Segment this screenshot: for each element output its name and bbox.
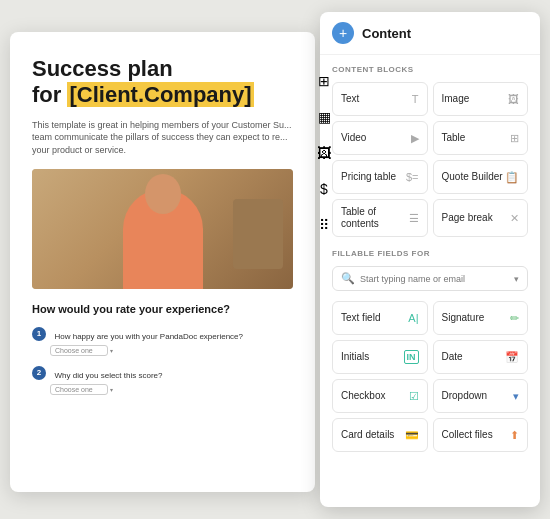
pricing-table-icon: $= <box>406 171 419 183</box>
dropdown-arrow-1: ▾ <box>110 347 113 354</box>
question-1-select[interactable]: Choose one <box>50 345 108 356</box>
sidebar-grid-icon[interactable]: ▦ <box>310 103 338 131</box>
collect-files-icon: ⬆ <box>510 429 519 442</box>
fill-block-collect-files[interactable]: Collect files ⬆ <box>433 418 529 452</box>
card-details-icon: 💳 <box>405 429 419 442</box>
image-block-icon: 🖼 <box>508 93 519 105</box>
panel-header: + Content <box>320 12 540 55</box>
fill-block-checkbox[interactable]: Checkbox ☑ <box>332 379 428 413</box>
search-dropdown-arrow: ▾ <box>514 274 519 284</box>
block-pricing-table[interactable]: Pricing table $= <box>332 160 428 194</box>
page-break-icon: ✕ <box>510 212 519 225</box>
question-2-text: Why did you select this score? <box>54 371 162 380</box>
fill-block-dropdown[interactable]: Dropdown ▾ <box>433 379 529 413</box>
checkbox-icon: ☑ <box>409 390 419 403</box>
block-page-break[interactable]: Page break ✕ <box>433 199 529 237</box>
content-blocks-grid: Text T Image 🖼 Video ▶ Table ⊞ <box>332 82 528 237</box>
search-input[interactable] <box>360 274 509 284</box>
sidebar-apps-icon[interactable]: ⠿ <box>310 211 338 239</box>
fill-block-date[interactable]: Date 📅 <box>433 340 529 374</box>
dropdown-arrow-2: ▾ <box>110 386 113 393</box>
block-table-of-contents[interactable]: Table of contents ☰ <box>332 199 428 237</box>
table-block-icon: ⊞ <box>510 132 519 145</box>
fill-block-initials[interactable]: Initials IN <box>332 340 428 374</box>
text-field-icon: A| <box>408 312 418 324</box>
panel-body: CONTENT BLOCKS Text T Image 🖼 Video ▶ <box>320 55 540 506</box>
add-button[interactable]: + <box>332 22 354 44</box>
document-panel: Success plan for [Client.Company] This t… <box>10 32 315 492</box>
fill-block-signature[interactable]: Signature ✏ <box>433 301 529 335</box>
fillable-fields-label: FILLABLE FIELDS FOR <box>332 249 528 258</box>
dropdown-icon: ▾ <box>513 390 519 403</box>
block-image[interactable]: Image 🖼 <box>433 82 529 116</box>
initials-icon: IN <box>404 350 419 364</box>
signature-icon: ✏ <box>510 312 519 325</box>
question-2-select[interactable]: Choose one <box>50 384 108 395</box>
block-quote-builder[interactable]: Quote Builder 📋 <box>433 160 529 194</box>
video-block-icon: ▶ <box>411 132 419 145</box>
fill-block-text-field[interactable]: Text field A| <box>332 301 428 335</box>
fillable-blocks-grid: Text field A| Signature ✏ Initials IN Da… <box>332 301 528 452</box>
question-1-number: 1 <box>32 327 46 341</box>
section-title: How would you rate your experience? <box>32 303 293 315</box>
date-icon: 📅 <box>505 351 519 364</box>
block-video[interactable]: Video ▶ <box>332 121 428 155</box>
sidebar-layout-icon[interactable]: ⊞ <box>310 67 338 95</box>
fill-block-card-details[interactable]: Card details 💳 <box>332 418 428 452</box>
content-blocks-label: CONTENT BLOCKS <box>332 65 528 74</box>
block-text[interactable]: Text T <box>332 82 428 116</box>
document-description: This template is great in helping member… <box>32 119 293 157</box>
document-image <box>32 169 293 289</box>
question-2: 2 Why did you select this score? Choose … <box>32 364 293 395</box>
sidebar-dollar-icon[interactable]: $ <box>310 175 338 203</box>
question-1: 1 How happy are you with your PandaDoc e… <box>32 325 293 356</box>
quote-builder-icon: 📋 <box>505 171 519 184</box>
document-title: Success plan for [Client.Company] <box>32 56 293 109</box>
question-2-number: 2 <box>32 366 46 380</box>
toc-icon: ☰ <box>409 212 419 225</box>
panel-title: Content <box>362 26 411 41</box>
client-company-highlight: [Client.Company] <box>67 82 253 107</box>
text-block-icon: T <box>412 93 419 105</box>
block-table[interactable]: Table ⊞ <box>433 121 529 155</box>
sidebar-image-icon[interactable]: 🖼 <box>310 139 338 167</box>
search-container[interactable]: 🔍 ▾ <box>332 266 528 291</box>
sidebar-icons: ⊞ ▦ 🖼 $ ⠿ <box>310 67 338 239</box>
question-1-text: How happy are you with your PandaDoc exp… <box>54 332 243 341</box>
search-icon: 🔍 <box>341 272 355 285</box>
content-panel: + Content CONTENT BLOCKS Text T Image 🖼 … <box>320 12 540 507</box>
